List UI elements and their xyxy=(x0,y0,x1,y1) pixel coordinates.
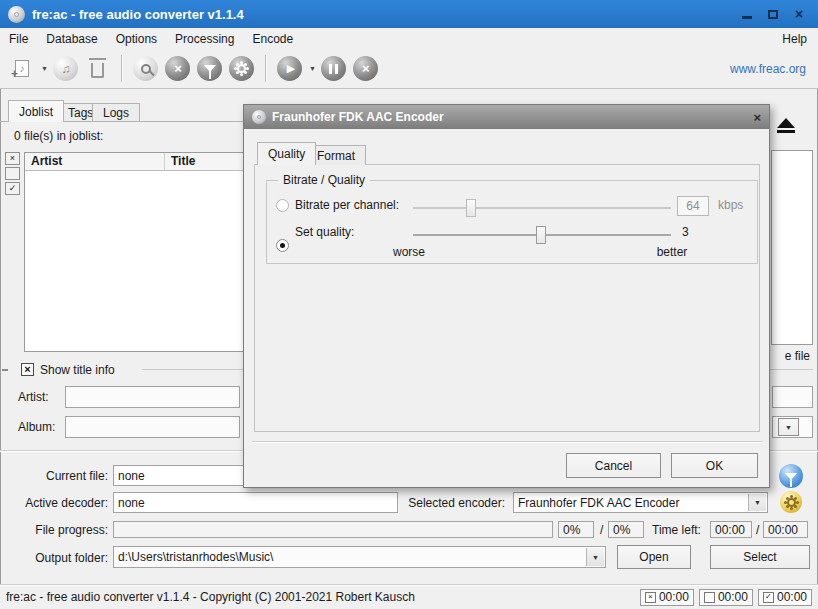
signal-processing-button[interactable] xyxy=(196,55,224,83)
menu-file[interactable]: File xyxy=(0,28,37,49)
add-audio-cd-button[interactable]: ♫ xyxy=(52,55,80,83)
right-list-fragment xyxy=(771,150,813,345)
bitrate-slider-thumb[interactable] xyxy=(466,199,476,217)
chevron-down-icon[interactable]: ▼ xyxy=(586,548,604,566)
time-value: 00:00 xyxy=(777,590,807,604)
menu-database[interactable]: Database xyxy=(37,28,106,49)
quality-radio[interactable] xyxy=(276,239,289,252)
scale-worse-label: worse xyxy=(389,245,429,259)
output-folder-value: d:\Users\tristanrhodes\Music\ xyxy=(118,550,273,564)
time-checked-tracks: ✓ 00:00 xyxy=(758,589,812,606)
cddb-query-button[interactable] xyxy=(132,55,160,83)
gear-icon xyxy=(229,56,254,81)
scale-better-label: better xyxy=(652,245,692,259)
file-progress-bar xyxy=(113,521,553,538)
quality-slider-thumb[interactable] xyxy=(536,226,546,244)
configure-encoder-button[interactable] xyxy=(228,55,256,83)
dialog-tab-quality[interactable]: Quality xyxy=(257,142,316,165)
column-title[interactable]: Title xyxy=(165,153,201,170)
window-title: fre:ac - free audio converter v1.1.4 xyxy=(32,7,244,22)
encoder-options-button[interactable] xyxy=(780,491,802,513)
menu-help[interactable]: Help xyxy=(771,28,818,49)
selected-encoder-combo[interactable]: Fraunhofer FDK AAC Encoder ▼ xyxy=(513,492,768,513)
bitrate-unit-label: kbps xyxy=(718,198,743,212)
website-link[interactable]: www.freac.org xyxy=(730,62,810,76)
select-none-button[interactable]: × xyxy=(5,152,20,165)
menu-processing[interactable]: Processing xyxy=(166,28,243,49)
clear-joblist-button[interactable] xyxy=(84,55,112,83)
chevron-down-icon[interactable]: ▼ xyxy=(748,494,766,511)
menu-options[interactable]: Options xyxy=(107,28,166,49)
output-folder-label: Output folder: xyxy=(0,551,108,565)
album-label: Album: xyxy=(18,420,55,434)
tab-logs[interactable]: Logs xyxy=(92,103,140,122)
funnel-icon xyxy=(785,473,797,480)
select-all-button[interactable]: ✓ xyxy=(5,182,20,195)
chevron-down-icon[interactable]: ▼ xyxy=(778,418,799,436)
output-folder-combo[interactable]: d:\Users\tristanrhodes\Music\ ▼ xyxy=(113,546,606,568)
start-encoding-button[interactable]: ▶ xyxy=(276,55,304,83)
add-file-icon: ♪+ xyxy=(15,60,29,77)
statusbar-times: × 00:00 00:00 ✓ 00:00 xyxy=(640,589,812,606)
processing-options-button[interactable] xyxy=(779,464,803,488)
time-left-current: 00:00 xyxy=(710,521,752,538)
tab-joblist[interactable]: Joblist xyxy=(8,100,64,122)
add-files-button[interactable]: ♪+ xyxy=(8,55,36,83)
cancel-button[interactable]: Cancel xyxy=(566,453,661,478)
select-toggle-button[interactable] xyxy=(5,167,20,180)
maximize-icon xyxy=(768,10,778,19)
minimize-icon xyxy=(742,16,752,19)
selected-encoder-label: Selected encoder: xyxy=(398,496,505,510)
maximize-button[interactable] xyxy=(766,7,780,21)
eject-button[interactable] xyxy=(777,118,795,133)
open-button[interactable]: Open xyxy=(617,545,691,569)
start-encoding-dropdown[interactable]: ▼ xyxy=(309,65,316,72)
select-button[interactable]: Select xyxy=(710,545,810,569)
dialog-close-button[interactable]: × xyxy=(753,110,761,125)
artist-label: Artist: xyxy=(18,390,49,404)
toolbar-separator xyxy=(265,55,267,82)
album-field[interactable] xyxy=(65,416,240,438)
right-combo-fragment[interactable]: ▼ xyxy=(772,416,813,438)
total-progress-percent: 0% xyxy=(608,521,644,538)
pause-encoding-button[interactable] xyxy=(320,55,348,83)
close-button[interactable]: × xyxy=(792,7,806,21)
bitrate-radio[interactable] xyxy=(276,199,289,212)
right-field-fragment[interactable] xyxy=(772,386,813,408)
bitrate-value-field[interactable]: 64 xyxy=(677,196,709,216)
minimize-button[interactable] xyxy=(740,7,754,21)
stop-encoding-button[interactable]: × xyxy=(352,55,380,83)
eject-icon xyxy=(777,118,795,128)
quality-value: 3 xyxy=(682,225,689,239)
collapse-handle[interactable] xyxy=(2,369,8,371)
group-label: Bitrate / Quality xyxy=(278,173,370,187)
progress-slash: / xyxy=(600,523,603,537)
general-settings-button[interactable]: × xyxy=(164,55,192,83)
column-artist[interactable]: Artist xyxy=(25,153,165,170)
gear-icon xyxy=(787,498,796,507)
check-box-icon: ✓ xyxy=(763,592,774,603)
bitrate-slider-track[interactable] xyxy=(413,207,671,209)
dialog-titlebar: Fraunhofer FDK AAC Encoder × xyxy=(244,105,769,129)
toolbar: ♪+ ▼ ♫ × ▶ ▼ × www.freac xyxy=(0,49,818,89)
x-box-icon: × xyxy=(645,592,656,603)
tools-icon: × xyxy=(165,56,190,81)
time-empty-tracks: 00:00 xyxy=(699,589,753,606)
active-decoder-label: Active decoder: xyxy=(0,496,108,510)
quality-label: Set quality: xyxy=(295,225,354,239)
encoder-dialog: Fraunhofer FDK AAC Encoder × Quality For… xyxy=(243,104,770,488)
time-value: 00:00 xyxy=(718,590,748,604)
artist-field[interactable] xyxy=(65,386,240,408)
play-icon: ▶ xyxy=(277,56,302,81)
cd-search-icon xyxy=(133,56,158,81)
add-files-dropdown[interactable]: ▼ xyxy=(41,65,48,72)
show-title-info-checkbox[interactable]: × xyxy=(21,363,34,376)
show-title-info-label: Show title info xyxy=(40,363,115,377)
dialog-divider xyxy=(252,441,763,443)
window-controls: × xyxy=(740,7,810,21)
file-progress-label: File progress: xyxy=(0,523,108,537)
toolbar-separator xyxy=(121,55,123,82)
time-value: 00:00 xyxy=(659,590,689,604)
menu-encode[interactable]: Encode xyxy=(243,28,302,49)
ok-button[interactable]: OK xyxy=(671,453,758,478)
